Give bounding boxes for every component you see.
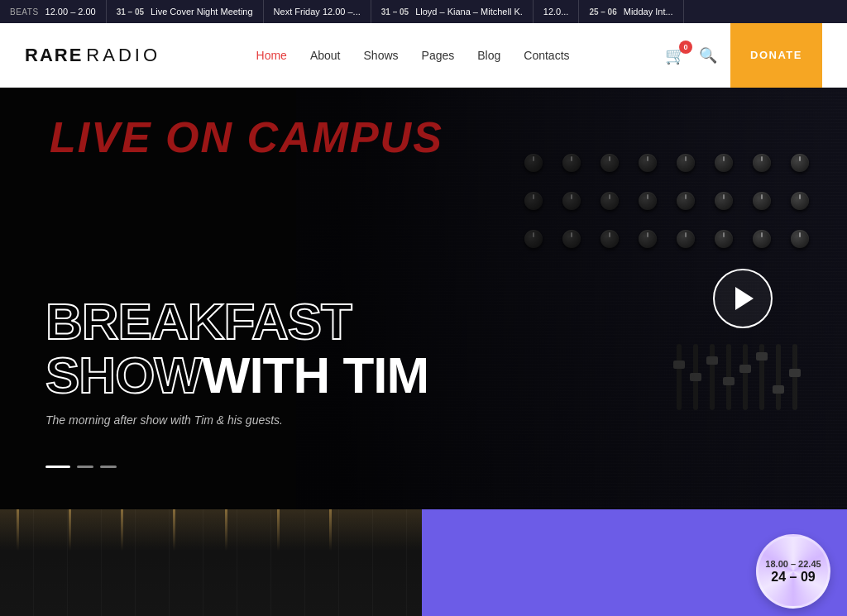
badge-date: 24 – 09 (771, 571, 815, 584)
ticker-item: Next Friday 12.00 –... (264, 0, 371, 23)
hero-title-show: SHOW (45, 348, 202, 402)
hero-title-line2: SHOW WITH TIM (45, 348, 428, 402)
play-icon (735, 287, 754, 310)
hero-title-outline: BREAKFAST (45, 294, 428, 348)
nav-shows[interactable]: Shows (364, 49, 399, 62)
header: RARE RADIO Home About Shows Pages Blog C… (0, 23, 847, 88)
ticker-item: Beats 12.00 – 2.00 (0, 0, 107, 23)
ticker-date: 31 – 05 (117, 7, 144, 17)
search-icon[interactable]: 🔍 (699, 46, 717, 64)
nav-home[interactable]: Home (256, 49, 287, 62)
ticker-text: Lloyd – Kiana – Mitchell K. (415, 7, 523, 17)
slider-dot-3[interactable] (100, 466, 117, 468)
ticker-text: Next Friday 12.00 –... (274, 7, 361, 17)
hero-title-with-tim: WITH TIM (202, 348, 428, 402)
light-spot (277, 509, 280, 551)
ticker-item: 31 – 05 Live Cover Night Meeting (107, 0, 264, 23)
light-spot (121, 509, 123, 551)
hero-content: BREAKFAST SHOW WITH TIM The morning afte… (45, 294, 428, 427)
light-spot (173, 509, 175, 551)
slider-dot-2[interactable] (77, 466, 93, 468)
nav-actions: 🛒 0 🔍 DONATE (665, 23, 822, 88)
bottom-dark (0, 509, 422, 616)
ticker-text: Midday Int... (624, 7, 673, 17)
main-nav: Home About Shows Pages Blog Contacts (256, 49, 570, 62)
ticker-text: Live Cover Night Meeting (151, 7, 253, 17)
event-badge: 18.00 – 22.45 24 – 09 (756, 534, 830, 609)
ceiling-lights (0, 509, 422, 551)
nav-about[interactable]: About (310, 49, 341, 62)
badge-time: 18.00 – 22.45 (765, 559, 821, 570)
ticker-label: Beats (10, 7, 39, 17)
cart-badge: 0 (679, 41, 692, 54)
ticker-date: 31 – 05 (381, 7, 409, 17)
hero-red-text: LIVE ON CAMPUS (0, 112, 847, 162)
donate-button[interactable]: DONATE (730, 23, 822, 88)
ticker-item: 25 – 06 Midday Int... (579, 0, 683, 23)
logo: RARE RADIO (25, 45, 160, 66)
logo-radio: RADIO (86, 45, 160, 66)
light-spot (225, 509, 227, 551)
ticker-item: 12.0... (534, 0, 580, 23)
logo-rare: RARE (25, 45, 83, 66)
bottom-section: 18.00 – 22.45 24 – 09 (0, 509, 847, 616)
play-button[interactable] (713, 269, 773, 328)
ticker-bar: Beats 12.00 – 2.00 31 – 05 Live Cover Ni… (0, 0, 847, 23)
ticker-date: 25 – 06 (589, 7, 616, 17)
ticker-text: 12.0... (543, 7, 569, 17)
slider-dots (45, 466, 117, 468)
nav-contacts[interactable]: Contacts (524, 49, 569, 62)
hero-subtitle: The morning after show with Tim & his gu… (45, 413, 428, 427)
ticker-text: 12.00 – 2.00 (45, 7, 96, 17)
nav-pages[interactable]: Pages (422, 49, 455, 62)
nav-blog[interactable]: Blog (477, 49, 500, 62)
light-spot (17, 509, 19, 551)
hero-section: LIVE ON CAMPUS BREAKFAST SHOW WITH TIM T… (0, 88, 847, 509)
slider-dot-1[interactable] (45, 466, 70, 468)
ticker-inner: Beats 12.00 – 2.00 31 – 05 Live Cover Ni… (0, 0, 684, 23)
ticker-item: 31 – 05 Lloyd – Kiana – Mitchell K. (371, 0, 534, 23)
bottom-purple: 18.00 – 22.45 24 – 09 (422, 509, 847, 616)
light-spot (329, 509, 332, 551)
light-spot (69, 509, 71, 551)
cart-button[interactable]: 🛒 0 (665, 45, 686, 65)
